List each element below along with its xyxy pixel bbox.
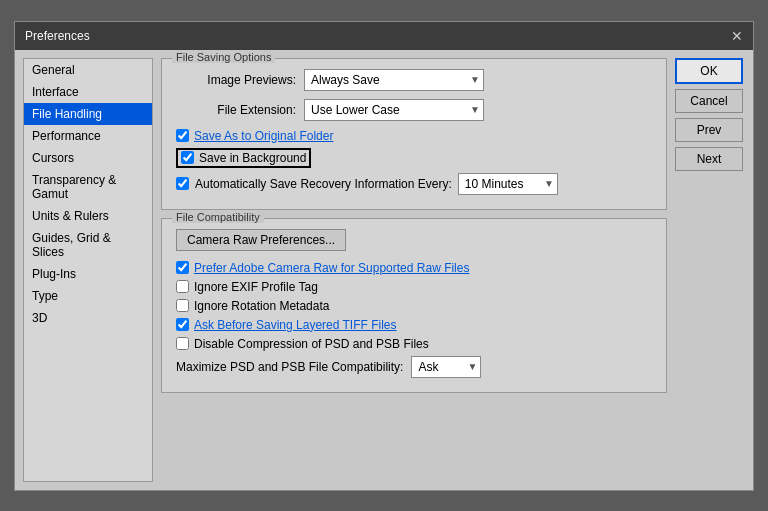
file-compatibility-section: File Compatibility Camera Raw Preference… bbox=[161, 218, 667, 393]
save-as-original-row[interactable]: Save As to Original Folder bbox=[176, 129, 652, 143]
ignore-exif-row[interactable]: Ignore EXIF Profile Tag bbox=[176, 280, 652, 294]
ignore-exif-checkbox[interactable] bbox=[176, 280, 189, 293]
file-extension-select[interactable]: Use Lower Case Use Upper Case bbox=[304, 99, 484, 121]
image-previews-label: Image Previews: bbox=[176, 73, 296, 87]
dialog-title: Preferences bbox=[25, 29, 90, 43]
sidebar-item-performance[interactable]: Performance bbox=[24, 125, 152, 147]
ignore-rotation-label: Ignore Rotation Metadata bbox=[194, 299, 329, 313]
auto-save-checkbox[interactable] bbox=[176, 177, 189, 190]
sidebar-item-type[interactable]: Type bbox=[24, 285, 152, 307]
ok-button[interactable]: OK bbox=[675, 58, 743, 84]
cancel-button[interactable]: Cancel bbox=[675, 89, 743, 113]
save-in-background-row[interactable]: Save in Background bbox=[176, 148, 311, 168]
camera-raw-preferences-button[interactable]: Camera Raw Preferences... bbox=[176, 229, 346, 251]
dialog-body: General Interface File Handling Performa… bbox=[15, 50, 753, 490]
ask-before-saving-label: Ask Before Saving Layered TIFF Files bbox=[194, 318, 397, 332]
save-as-original-label: Save As to Original Folder bbox=[194, 129, 333, 143]
sidebar-item-file-handling[interactable]: File Handling bbox=[24, 103, 152, 125]
sidebar-item-cursors[interactable]: Cursors bbox=[24, 147, 152, 169]
close-button[interactable]: ✕ bbox=[731, 28, 743, 44]
disable-compression-row[interactable]: Disable Compression of PSD and PSB Files bbox=[176, 337, 652, 351]
main-content: File Saving Options Image Previews: Alwa… bbox=[161, 58, 667, 482]
file-saving-section: File Saving Options Image Previews: Alwa… bbox=[161, 58, 667, 210]
prefer-adobe-row[interactable]: Prefer Adobe Camera Raw for Supported Ra… bbox=[176, 261, 652, 275]
ask-before-saving-row[interactable]: Ask Before Saving Layered TIFF Files bbox=[176, 318, 652, 332]
sidebar-item-units-rulers[interactable]: Units & Rulers bbox=[24, 205, 152, 227]
auto-save-row: Automatically Save Recovery Information … bbox=[176, 173, 652, 195]
file-extension-row: File Extension: Use Lower Case Use Upper… bbox=[176, 99, 652, 121]
prefer-adobe-label: Prefer Adobe Camera Raw for Supported Ra… bbox=[194, 261, 469, 275]
save-as-original-checkbox[interactable] bbox=[176, 129, 189, 142]
sidebar: General Interface File Handling Performa… bbox=[23, 58, 153, 482]
auto-save-select[interactable]: 10 Minutes 5 Minutes 15 Minutes 30 Minut… bbox=[458, 173, 558, 195]
prefer-adobe-checkbox[interactable] bbox=[176, 261, 189, 274]
sidebar-item-plug-ins[interactable]: Plug-Ins bbox=[24, 263, 152, 285]
file-saving-title: File Saving Options bbox=[172, 51, 275, 63]
ignore-rotation-checkbox[interactable] bbox=[176, 299, 189, 312]
buttons-panel: OK Cancel Prev Next bbox=[675, 58, 745, 482]
image-previews-row: Image Previews: Always Save Never Save A… bbox=[176, 69, 652, 91]
prev-button[interactable]: Prev bbox=[675, 118, 743, 142]
file-extension-select-wrapper: Use Lower Case Use Upper Case ▼ bbox=[304, 99, 484, 121]
save-in-background-label: Save in Background bbox=[199, 151, 306, 165]
file-compatibility-title: File Compatibility bbox=[172, 211, 264, 223]
maximize-label: Maximize PSD and PSB File Compatibility: bbox=[176, 360, 403, 374]
sidebar-item-general[interactable]: General bbox=[24, 59, 152, 81]
auto-save-select-wrapper: 10 Minutes 5 Minutes 15 Minutes 30 Minut… bbox=[458, 173, 558, 195]
preferences-dialog: Preferences ✕ General Interface File Han… bbox=[14, 21, 754, 491]
next-button[interactable]: Next bbox=[675, 147, 743, 171]
maximize-row: Maximize PSD and PSB File Compatibility:… bbox=[176, 356, 652, 378]
disable-compression-checkbox[interactable] bbox=[176, 337, 189, 350]
maximize-select-wrapper: Ask Always Never ▼ bbox=[411, 356, 481, 378]
ask-before-saving-checkbox[interactable] bbox=[176, 318, 189, 331]
ignore-rotation-row[interactable]: Ignore Rotation Metadata bbox=[176, 299, 652, 313]
maximize-select[interactable]: Ask Always Never bbox=[411, 356, 481, 378]
sidebar-item-guides-grid-slices[interactable]: Guides, Grid & Slices bbox=[24, 227, 152, 263]
disable-compression-label: Disable Compression of PSD and PSB Files bbox=[194, 337, 429, 351]
image-previews-select-wrapper: Always Save Never Save Ask When Saving ▼ bbox=[304, 69, 484, 91]
auto-save-label: Automatically Save Recovery Information … bbox=[195, 177, 452, 191]
sidebar-item-transparency-gamut[interactable]: Transparency & Gamut bbox=[24, 169, 152, 205]
ignore-exif-label: Ignore EXIF Profile Tag bbox=[194, 280, 318, 294]
file-extension-label: File Extension: bbox=[176, 103, 296, 117]
image-previews-select[interactable]: Always Save Never Save Ask When Saving bbox=[304, 69, 484, 91]
save-in-background-checkbox[interactable] bbox=[181, 151, 194, 164]
sidebar-item-3d[interactable]: 3D bbox=[24, 307, 152, 329]
sidebar-item-interface[interactable]: Interface bbox=[24, 81, 152, 103]
title-bar: Preferences ✕ bbox=[15, 22, 753, 50]
